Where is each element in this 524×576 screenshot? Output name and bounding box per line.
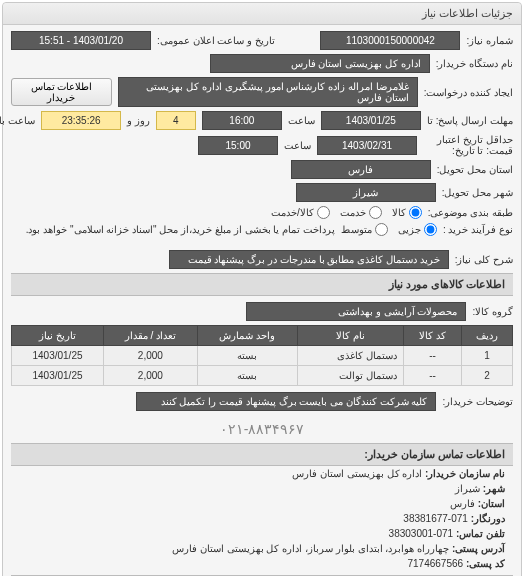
announce-label: تاریخ و ساعت اعلان عمومی: [157, 35, 275, 46]
contact-section-title: اطلاعات تماس سازمان خریدار: [11, 443, 513, 466]
note-value: کلیه شرکت کنندگان می بایست برگ پیشنهاد ق… [136, 392, 436, 411]
cell-idx: 2 [462, 366, 513, 386]
cell-date: 1403/01/25 [12, 366, 104, 386]
c-province-label: استان: [478, 498, 505, 509]
radio-both-label: کالا/خدمت [271, 207, 314, 218]
note-label: توضیحات خریدار: [442, 396, 513, 407]
panel-body: شماره نیاز: 1103000150000042 تاریخ و ساع… [3, 25, 521, 576]
c-city: شیراز [455, 483, 480, 494]
req-no-value: 1103000150000042 [320, 31, 460, 50]
group-label: گروه کالا: [472, 306, 513, 317]
radio-minor[interactable] [424, 223, 437, 236]
org-label: نام دستگاه خریدار: [436, 58, 513, 69]
city-label: شهر محل تحویل: [442, 187, 513, 198]
org-value: اداره کل بهزیستی استان فارس [210, 54, 430, 73]
province-value: فارس [291, 160, 431, 179]
radio-both[interactable] [317, 206, 330, 219]
subject-type-label: طبقه بندی موضوعی: [428, 207, 513, 218]
desc-value: خرید دستمال کاغذی مطابق با مندرجات در بر… [169, 250, 449, 269]
c-postal: چهارراه هوابرد، ابتدای بلوار سرباز، ادار… [172, 543, 449, 554]
deadline-date: 1403/01/25 [321, 111, 421, 130]
deadline-label: مهلت ارسال پاسخ: تا [427, 115, 513, 126]
remain-label: ساعت باقی مانده [0, 115, 35, 126]
cell-unit: بسته [197, 346, 297, 366]
buy-note: پرداخت تمام یا بخشی از مبلغ خرید،از محل … [26, 224, 335, 235]
th-qty: تعداد / مقدار [103, 326, 197, 346]
validity-time: 15:00 [198, 136, 278, 155]
c-postal-label: آدرس پستی: [452, 543, 505, 554]
cell-name: دستمال توالت [297, 366, 403, 386]
requester-value: غلامرضا امراله زاده کارشناس امور پیشگیری… [118, 77, 418, 107]
city-value: شیراز [296, 183, 436, 202]
cell-unit: بسته [197, 366, 297, 386]
radio-goods[interactable] [409, 206, 422, 219]
buy-type-label: نوع فرآیند خرید : [443, 224, 513, 235]
th-date: تاریخ نیاز [12, 326, 104, 346]
cell-idx: 1 [462, 346, 513, 366]
cell-code: -- [404, 346, 462, 366]
radio-goods-label: کالا [392, 207, 406, 218]
deadline-time: 16:00 [202, 111, 282, 130]
footer-phone: ۰۲۱-۸۸۳۴۹۶۷ [11, 415, 513, 443]
c-phone-label: تلفن تماس: [456, 528, 505, 539]
cell-qty: 2,000 [103, 346, 197, 366]
c-fax-label: دورنگار: [471, 513, 505, 524]
table-row: 2 -- دستمال توالت بسته 2,000 1403/01/25 [12, 366, 513, 386]
c-phone: 071-38303001 [389, 528, 454, 539]
desc-label: شرح کلی نیاز: [455, 254, 513, 265]
c-zip: 7174667566 [407, 558, 463, 569]
days-remaining: 4 [156, 111, 196, 130]
th-code: کد کالا [404, 326, 462, 346]
items-section-title: اطلاعات کالاهای مورد نیاز [11, 273, 513, 296]
table-header-row: ردیف کد کالا نام کالا واحد شمارش تعداد /… [12, 326, 513, 346]
th-name: نام کالا [297, 326, 403, 346]
requester-label: ایجاد کننده درخواست: [424, 87, 513, 98]
subject-radio-group: کالا خدمت کالا/خدمت [271, 206, 422, 219]
group-value: محصولات آرایشی و بهداشتی [246, 302, 466, 321]
validity-label: حداقل تاریخ اعتبار قیمت: تا تاریخ: [423, 134, 513, 156]
c-province: فارس [450, 498, 475, 509]
radio-minor-label: جزیی [398, 224, 421, 235]
announce-value: 1403/01/20 - 15:51 [11, 31, 151, 50]
time-label-2: ساعت [284, 140, 311, 151]
radio-mid[interactable] [375, 223, 388, 236]
time-label-1: ساعت [288, 115, 315, 126]
buy-type-radio-group: جزیی متوسط [341, 223, 437, 236]
radio-service-label: خدمت [340, 207, 366, 218]
cell-name: دستمال کاغذی [297, 346, 403, 366]
cell-date: 1403/01/25 [12, 346, 104, 366]
panel-title: جزئیات اطلاعات نیاز [3, 3, 521, 25]
table-row: 1 -- دستمال کاغذی بسته 2,000 1403/01/25 [12, 346, 513, 366]
validity-date: 1403/02/31 [317, 136, 417, 155]
countdown-timer: 23:35:26 [41, 111, 121, 130]
days-label: روز و [127, 115, 150, 126]
req-no-label: شماره نیاز: [466, 35, 513, 46]
buyer-contact-button[interactable]: اطلاعات تماس خریدار [11, 78, 112, 106]
th-idx: ردیف [462, 326, 513, 346]
c-fax: 071-38381677 [403, 513, 468, 524]
th-unit: واحد شمارش [197, 326, 297, 346]
items-table: ردیف کد کالا نام کالا واحد شمارش تعداد /… [11, 325, 513, 386]
c-city-label: شهر: [483, 483, 505, 494]
cell-code: -- [404, 366, 462, 386]
cell-qty: 2,000 [103, 366, 197, 386]
radio-mid-label: متوسط [341, 224, 372, 235]
need-details-panel: جزئیات اطلاعات نیاز شماره نیاز: 11030001… [2, 2, 522, 576]
province-label: استان محل تحویل: [437, 164, 513, 175]
c-zip-label: کد پستی: [466, 558, 505, 569]
radio-service[interactable] [369, 206, 382, 219]
c-org: اداره کل بهزیستی استان فارس [292, 468, 422, 479]
c-org-label: نام سازمان خریدار: [425, 468, 505, 479]
